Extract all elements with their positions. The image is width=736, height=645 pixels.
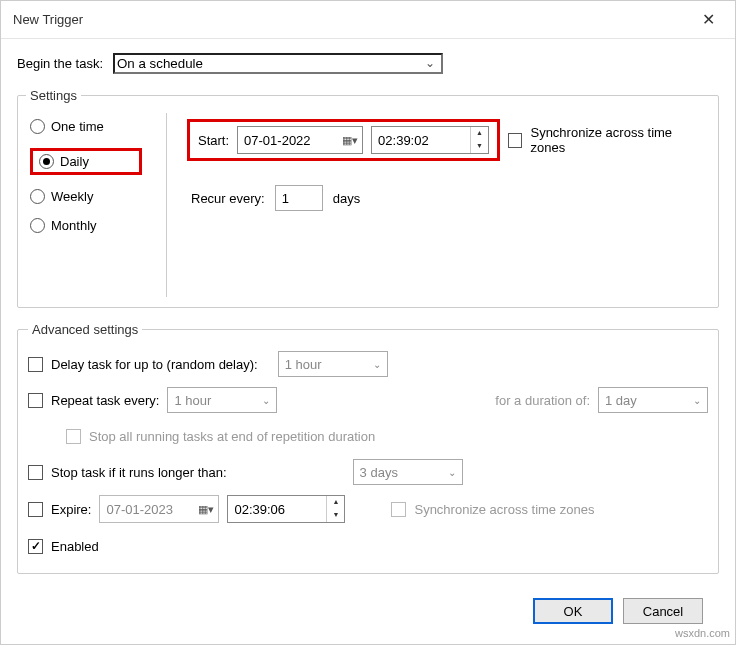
expire-checkbox[interactable] [28, 502, 43, 517]
sync-label: Synchronize across time zones [530, 125, 702, 155]
begin-task-select[interactable] [113, 53, 443, 74]
stop-repeat-checkbox [66, 429, 81, 444]
stop-long-combo[interactable]: 3 days ⌄ [353, 459, 463, 485]
titlebar: New Trigger ✕ [1, 1, 735, 39]
repeat-checkbox[interactable] [28, 393, 43, 408]
vertical-divider [166, 113, 167, 297]
chevron-up-icon: ▲ [471, 127, 488, 140]
dialog-content: Begin the task: Settings One time Daily … [1, 39, 735, 624]
radio-icon [39, 154, 54, 169]
delay-label: Delay task for up to (random delay): [51, 357, 258, 372]
stop-long-label: Stop task if it runs longer than: [51, 465, 227, 480]
delay-row: Delay task for up to (random delay): 1 h… [28, 351, 708, 377]
radio-weekly[interactable]: Weekly [30, 189, 142, 204]
close-icon[interactable]: ✕ [693, 10, 723, 29]
delay-value: 1 hour [285, 357, 322, 372]
start-time-value: 02:39:02 [378, 133, 470, 148]
expire-date-value: 07-01-2023 [106, 502, 173, 517]
advanced-legend: Advanced settings [28, 322, 142, 337]
expire-sync-checkbox [391, 502, 406, 517]
chevron-down-icon: ⌄ [373, 359, 381, 370]
expire-date-field[interactable]: 07-01-2023 ▦▾ [99, 495, 219, 523]
frequency-column: One time Daily Weekly Monthly [26, 113, 146, 297]
start-date-field[interactable]: 07-01-2022 ▦▾ [237, 126, 363, 154]
begin-task-select-wrap [113, 53, 443, 74]
window-title: New Trigger [13, 12, 83, 27]
begin-task-label: Begin the task: [17, 56, 103, 71]
expire-sync-row: Synchronize across time zones [391, 502, 594, 517]
cancel-button[interactable]: Cancel [623, 598, 703, 624]
stop-long-value: 3 days [360, 465, 398, 480]
recur-label: Recur every: [191, 191, 265, 206]
highlight-daily: Daily [30, 148, 142, 175]
highlight-start: Start: 07-01-2022 ▦▾ 02:39:02 ▲ ▼ [187, 119, 500, 161]
radio-daily[interactable]: Daily [39, 154, 133, 169]
time-spinner[interactable]: ▲ ▼ [326, 496, 344, 522]
enabled-row: Enabled [28, 533, 708, 559]
recur-input[interactable] [275, 185, 323, 211]
chevron-down-icon: ▼ [471, 140, 488, 153]
repeat-value: 1 hour [174, 393, 211, 408]
calendar-dropdown-icon: ▦▾ [198, 503, 214, 516]
radio-icon [30, 189, 45, 204]
watermark: wsxdn.com [675, 627, 730, 639]
radio-one-time-label: One time [51, 119, 104, 134]
repeat-label: Repeat task every: [51, 393, 159, 408]
start-date-value: 07-01-2022 [244, 133, 311, 148]
radio-one-time[interactable]: One time [30, 119, 142, 134]
chevron-down-icon: ▼ [327, 509, 344, 522]
delay-checkbox[interactable] [28, 357, 43, 372]
expire-time-field[interactable]: 02:39:06 ▲ ▼ [227, 495, 345, 523]
duration-value: 1 day [605, 393, 637, 408]
repeat-row: Repeat task every: 1 hour ⌄ for a durati… [28, 387, 708, 413]
stop-repeat-row: Stop all running tasks at end of repetit… [66, 423, 708, 449]
chevron-down-icon: ⌄ [262, 395, 270, 406]
settings-group: Settings One time Daily Weekly Monthly [17, 88, 719, 308]
begin-task-row: Begin the task: [17, 53, 719, 74]
radio-monthly-label: Monthly [51, 218, 97, 233]
advanced-group: Advanced settings Delay task for up to (… [17, 322, 719, 574]
chevron-down-icon: ⌄ [693, 395, 701, 406]
chevron-up-icon: ▲ [327, 496, 344, 509]
stop-repeat-label: Stop all running tasks at end of repetit… [89, 429, 375, 444]
radio-weekly-label: Weekly [51, 189, 93, 204]
recur-row: Recur every: days [191, 185, 702, 211]
stop-long-checkbox[interactable] [28, 465, 43, 480]
calendar-dropdown-icon: ▦▾ [342, 134, 358, 147]
start-time-field[interactable]: 02:39:02 ▲ ▼ [371, 126, 489, 154]
radio-daily-label: Daily [60, 154, 89, 169]
start-row: Start: 07-01-2022 ▦▾ 02:39:02 ▲ ▼ [187, 119, 702, 161]
expire-row: Expire: 07-01-2023 ▦▾ 02:39:06 ▲ ▼ Synch… [28, 495, 708, 523]
enabled-checkbox[interactable] [28, 539, 43, 554]
dialog-footer: OK Cancel [17, 588, 719, 624]
expire-label: Expire: [51, 502, 91, 517]
radio-icon [30, 119, 45, 134]
radio-monthly[interactable]: Monthly [30, 218, 142, 233]
expire-sync-label: Synchronize across time zones [414, 502, 594, 517]
stop-long-row: Stop task if it runs longer than: 3 days… [28, 459, 708, 485]
recur-unit: days [333, 191, 360, 206]
expire-time-value: 02:39:06 [234, 502, 326, 517]
delay-combo[interactable]: 1 hour ⌄ [278, 351, 388, 377]
ok-button[interactable]: OK [533, 598, 613, 624]
time-spinner[interactable]: ▲ ▼ [470, 127, 488, 153]
enabled-label: Enabled [51, 539, 99, 554]
start-label: Start: [198, 133, 229, 148]
schedule-pane: Start: 07-01-2022 ▦▾ 02:39:02 ▲ ▼ [187, 113, 710, 297]
repeat-combo[interactable]: 1 hour ⌄ [167, 387, 277, 413]
sync-checkbox-row[interactable]: Synchronize across time zones [508, 125, 702, 155]
settings-legend: Settings [26, 88, 81, 103]
chevron-down-icon: ⌄ [448, 467, 456, 478]
checkbox-icon [508, 133, 522, 148]
duration-prefix: for a duration of: [495, 393, 590, 408]
duration-combo[interactable]: 1 day ⌄ [598, 387, 708, 413]
radio-icon [30, 218, 45, 233]
